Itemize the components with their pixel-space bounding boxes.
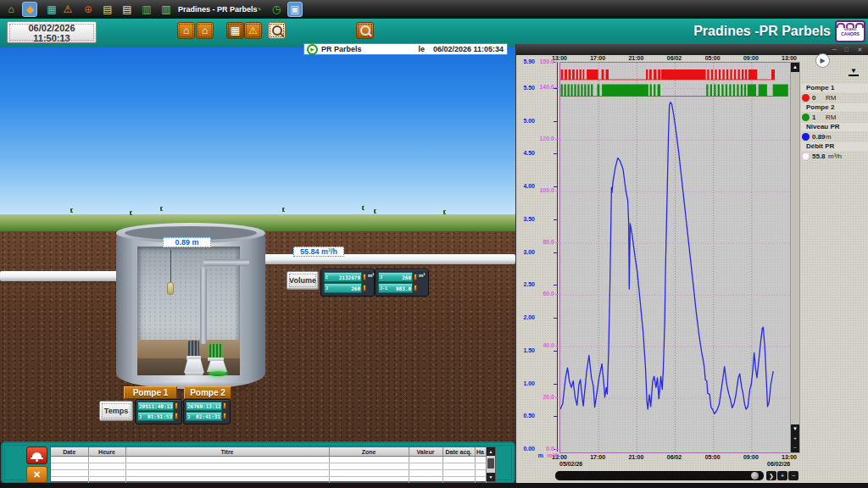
level-tick-label: 2.00 [516,314,535,320]
flow-tick [555,397,559,398]
scroll-up-icon[interactable]: ▲ [487,447,495,456]
level-tick [554,351,557,352]
hzoom-in-icon[interactable]: + [777,471,787,480]
level-tick-label: 0.00 [516,446,535,452]
volume-today: J 260 [324,283,362,293]
alarm-ack-button[interactable]: ✕ [26,466,47,483]
minimize-button[interactable]: ─ [829,46,840,54]
counter-button[interactable] [223,402,226,409]
end-date-label: 06/02/26 [767,461,790,467]
bell-icon [32,452,42,459]
level-tick-label: 1.00 [516,380,535,386]
column-header: Heure [88,447,125,457]
hscroll-thumb[interactable] [751,472,759,480]
scroll-down-icon[interactable]: ▼ [487,473,495,481]
home-icon[interactable]: ⌂ [3,2,19,17]
time-label-top: 06/02 [660,55,689,61]
scheduler-icon[interactable]: ◷ [269,2,284,17]
grass-tuft [371,209,379,214]
pump1-day-hours: J 01:51:53 [137,412,174,421]
counter-button[interactable] [363,274,366,280]
counter-button[interactable] [223,413,226,419]
riser-pipe [200,268,207,344]
pump1-motor [188,341,199,358]
monitor-icon[interactable]: ▣ [287,2,303,17]
volume-button[interactable]: Volume [287,271,319,290]
level-tick [554,318,557,319]
scroll-thumb[interactable] [487,458,494,469]
synoptic-icon[interactable]: ◆ [22,2,37,17]
level-tick-label: 3.50 [516,216,535,222]
home-button-1[interactable]: ⌂ [177,22,195,39]
refresh-icon[interactable]: ▶ [307,44,318,55]
time-label-bottom: 13:00 [775,454,804,460]
alarms-button[interactable]: ⚠ [244,22,262,39]
pump1-header[interactable]: Pompe 1 [124,386,177,399]
alarm-icon[interactable]: ⚠ [60,2,75,17]
archive-icon[interactable]: ▥ [159,2,174,17]
plot-hscrollbar[interactable] [555,471,764,480]
pump2-total-hours: 26769:13:12 [186,402,222,411]
zoom-out-icon[interactable]: − [791,443,799,452]
table-row [51,470,486,477]
time-label-top: 09:00 [737,55,765,61]
hzoom-out-icon[interactable]: − [788,471,798,480]
report-icon[interactable]: ▤ [100,2,115,17]
flow-tick-label: 140.0 [537,84,554,90]
flow-tick [555,449,559,450]
outlet-pipe [248,254,515,264]
journal-icon[interactable]: ▥ [139,2,154,17]
scroll-up-icon[interactable]: ▲ [791,63,799,72]
float-cable [170,250,171,286]
flow-unit-label: m³/h [542,452,559,458]
legend-expand-button[interactable]: ▶ [815,53,830,68]
plot-vscrollbar[interactable]: ▲ ▼ + − [790,62,800,453]
session-icon[interactable]: ◔ [251,2,266,17]
zoom-button[interactable] [356,22,374,39]
time-label-top: 05:00 [698,55,727,61]
counter-button[interactable] [363,285,366,291]
level-tick-label: 5.50 [516,85,535,91]
home-button-2[interactable]: ⌂ [196,22,214,39]
banner-datetime: 06/02/2026 11:05:34 [433,45,504,53]
pump2-header[interactable]: Pompe 2 [184,386,231,399]
network-icon[interactable]: ⊕ [81,2,96,17]
datetime-display: 06/02/2026 11:50:13 [7,21,97,43]
zoom-in-icon[interactable]: + [791,434,799,443]
volume-total: C 2132679 [324,272,362,282]
alarm-table-scrollbar[interactable]: ▲ ▼ [486,447,495,481]
notes-icon[interactable]: ▤ [120,2,135,17]
trend-window: ─ □ ✕ 13:0013:0017:0017:0021:0021:0006/0… [515,44,868,483]
flow-tick-label: 80.0 [537,239,554,245]
column-header: Date [51,447,88,457]
flow-tick-label: 0.0 [537,446,554,452]
flow-display: 55.84 m³/h [293,247,344,257]
table-row [51,463,486,470]
pompe1-dot-icon [802,94,810,102]
counter-button[interactable] [414,274,417,280]
counter-button[interactable] [175,413,178,419]
legend-filter-icon[interactable]: ▼ [849,68,859,76]
pump1-base [185,372,203,375]
inlet-pipe [0,271,127,281]
counter-button[interactable] [175,402,178,409]
time-text: 11:50:13 [8,33,96,43]
alarm-bell-button[interactable] [26,446,47,464]
grass-tuft [280,208,287,212]
counter-button[interactable] [414,285,417,291]
time-label-bottom: 21:00 [621,454,650,460]
maximize-button[interactable]: □ [841,46,852,54]
close-button[interactable]: ✕ [854,46,865,54]
views-button[interactable]: ▦ [226,22,244,39]
scroll-right-icon[interactable]: ❯ [766,471,776,480]
table-icon[interactable]: ▦ [44,2,59,17]
flow-tick [555,191,559,191]
site-name: PR Parbels [321,45,418,53]
search-button[interactable] [268,22,286,39]
column-header: Date acq. [442,447,475,457]
table-row [51,457,486,463]
pompe2-dot-icon [802,114,810,121]
pump2-motor [209,344,222,358]
temps-button[interactable]: Temps [99,401,133,421]
scroll-down-icon[interactable]: ▼ [791,424,799,434]
